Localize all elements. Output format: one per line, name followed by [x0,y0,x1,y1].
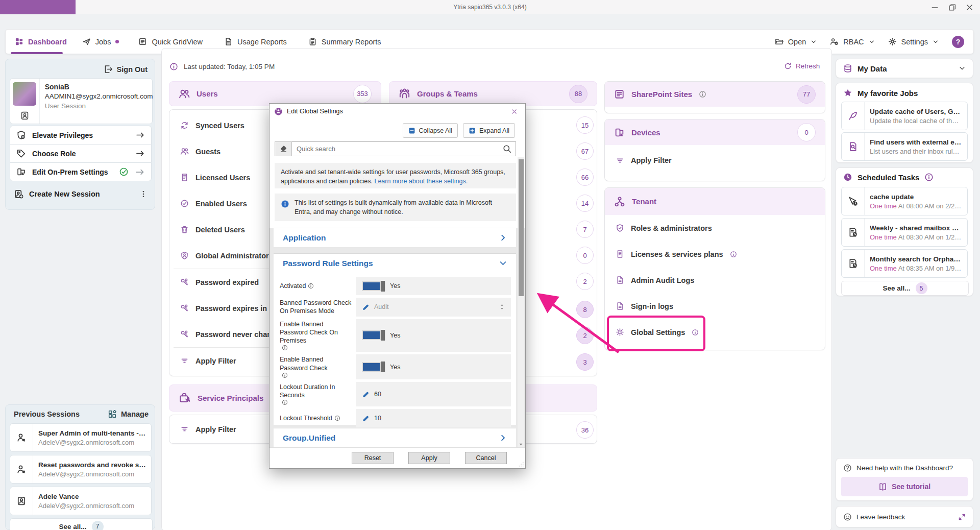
rbac-menu[interactable]: RBAC [830,37,874,46]
section-password-rule-settings[interactable]: Password Rule Settings [274,254,516,273]
scheduled-task-item[interactable]: Weekly - shared mailbox email... One tim… [841,218,968,247]
section-application[interactable]: Application [274,228,516,247]
session-item[interactable]: Reset passwords and revoke sessi... Adel… [10,455,152,484]
refresh-button[interactable]: Refresh [784,62,820,70]
my-data-title: My Data [857,64,887,73]
info-icon [730,251,737,258]
setting-row-enable-banned-check: Enable Banned Password Check Yes [280,354,511,379]
users-card-header[interactable]: Users 353 [169,81,381,106]
expand-icon[interactable] [958,513,966,521]
quick-search-input[interactable] [292,141,516,156]
spinner-icon[interactable] [499,303,505,311]
check-circle-icon [180,199,189,208]
section-group-unified[interactable]: Group.Unified [274,428,516,447]
tenant-card-header[interactable]: Tenant [605,188,825,215]
resize-grip-icon[interactable] [518,461,524,467]
toggle-switch[interactable] [362,281,385,291]
see-all-sessions-button[interactable]: See all... 7 [10,518,153,530]
dialog-close-button[interactable] [507,105,521,117]
info-icon [924,173,934,182]
scheduled-task-item[interactable]: Monthly search for Orphan On... One time… [841,249,968,278]
learn-more-link[interactable]: Learn more about these settings. [374,178,468,185]
create-new-session-button[interactable]: Create New Session [10,185,152,203]
activated-toggle[interactable]: Yes [356,277,511,295]
license-doc-icon [616,250,624,258]
expand-icon [469,127,476,134]
restore-icon [948,3,957,12]
triangle-down-icon [519,442,523,447]
apply-button[interactable]: Apply [408,452,450,464]
tab-usage-reports[interactable]: Usage Reports [224,37,287,46]
dialog-scrollbar[interactable] [518,157,524,449]
restore-button[interactable] [943,0,961,14]
groups-teams-card-header[interactable]: Groups & Teams 88 [389,81,597,106]
toggle-value: Yes [390,332,400,339]
leave-feedback-button[interactable]: Leave feedback [836,506,973,527]
tab-label: Summary Reports [322,38,381,46]
close-button[interactable] [961,0,978,14]
filter-icon [616,156,624,165]
tasks-count-badge: 5 [916,282,927,294]
tenant-item-roles-administrators[interactable]: Roles & administrators [605,215,825,241]
enable-banned-onprem-toggle[interactable]: Yes [356,319,511,352]
person-tag-icon [16,432,27,443]
modal-notice-text: This list of settings is built dynamical… [295,198,510,216]
service-principals-title: Service Principals [198,394,263,402]
eraser-icon [280,145,287,153]
service-principals-apply-filter-button[interactable]: Apply Filter [169,415,247,443]
tenant-item-admin-audit-logs[interactable]: Admin Audit Logs [605,267,825,293]
favorite-job-item[interactable]: Find users with external email ... List … [841,132,968,161]
job-subtitle: List users and their inbox rules f... [870,148,962,155]
tab-jobs[interactable]: Jobs [82,37,119,46]
minimize-button[interactable] [926,0,943,14]
tab-quick-gridview[interactable]: Quick GridView [138,37,203,46]
kebab-menu-icon[interactable] [139,190,148,198]
manage-label: Manage [121,410,149,418]
modal-intro-text: Activate and set tenant-wide settings fo… [281,167,510,184]
session-item[interactable]: Adele Vance AdeleV@sygx2.onmicrosoft.com [10,487,152,515]
lockout-threshold-field[interactable]: 10 [356,409,511,427]
sharepoint-count-badge: 77 [797,85,816,104]
choose-role-button[interactable]: Choose Role [10,144,152,163]
session-title: Adele Vance [38,493,134,500]
sign-out-button[interactable]: Sign Out [103,64,148,74]
toggle-switch[interactable] [362,362,385,372]
cancel-button[interactable]: Cancel [465,452,507,464]
tenant-item-licenses-plans[interactable]: Licenses & services plans [605,241,825,267]
clear-search-button[interactable] [275,141,292,156]
favorite-job-item[interactable]: Update cache of Users, Groups... Update … [841,102,968,130]
dialog-footer: Reset Apply Cancel [270,447,525,468]
annotation-arrow [531,287,628,361]
help-button[interactable]: ? [952,36,964,48]
see-tutorial-label: See tutorial [892,483,930,491]
expand-all-button[interactable]: Expand All [463,123,515,138]
see-all-tasks-button[interactable]: See all... 5 [841,281,969,296]
elevate-privileges-button[interactable]: Elevate Privileges [10,126,152,144]
lockout-duration-field[interactable]: 60 [356,382,511,407]
search-icon[interactable] [502,144,512,154]
edit-global-settings-dialog: Edit Global Settings Collapse All Expand… [269,103,526,469]
collapse-all-button[interactable]: Collapse All [403,123,458,138]
count-badge: 0 [576,247,594,264]
action-label: Elevate Privileges [32,131,93,139]
scheduled-task-item[interactable]: cache update One time At 08:00 AM on 2/2… [841,187,968,215]
tab-dashboard[interactable]: Dashboard [15,37,67,46]
scrollbar-thumb[interactable] [519,159,524,296]
my-data-panel[interactable]: My Data [836,59,973,78]
banned-password-mode-field[interactable]: Audit [356,298,511,317]
open-menu[interactable]: Open [775,37,817,46]
manage-sessions-button[interactable]: Manage [108,409,149,419]
devices-card-header[interactable]: Devices 0 [605,119,825,145]
sharepoint-card-header[interactable]: SharePoint Sites 77 [605,82,825,107]
edit-onprem-settings-button[interactable]: Edit On-Prem Settings [10,162,152,181]
groups-card-title: Groups & Teams [417,89,478,98]
tab-summary-reports[interactable]: Summary Reports [308,37,381,46]
chevron-down-icon[interactable] [959,65,966,72]
settings-menu[interactable]: Settings [888,37,939,46]
enable-banned-check-toggle[interactable]: Yes [356,354,511,379]
see-tutorial-button[interactable]: See tutorial [841,477,968,496]
devices-apply-filter-button[interactable]: Apply Filter [605,145,825,176]
session-item[interactable]: Super Admin of multi-tenants - G... Adel… [10,423,152,452]
toggle-switch[interactable] [362,330,385,340]
reset-button[interactable]: Reset [352,452,394,464]
